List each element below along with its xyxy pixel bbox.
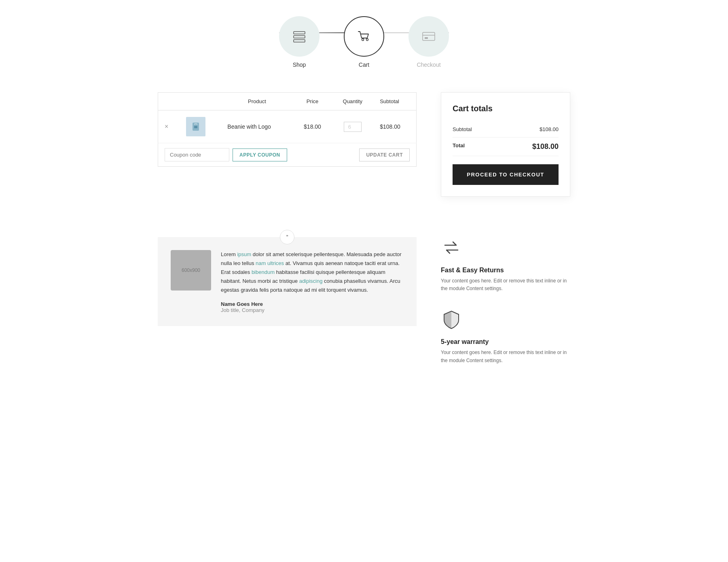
subtotal-row: Subtotal $108.00	[453, 121, 559, 138]
step-shop-label: Shop	[293, 62, 306, 68]
col-subtotal: Subtotal	[373, 93, 416, 110]
svg-rect-5	[423, 32, 435, 40]
total-row: Total $108.00	[453, 138, 559, 156]
step-checkout[interactable]: Checkout	[396, 16, 461, 68]
svg-rect-9	[194, 126, 197, 128]
testimonial-link-2[interactable]: nam ultrices	[256, 260, 284, 266]
warranty-desc: Your content goes here. Edit or remove t…	[441, 349, 570, 364]
feature-returns: Fast & Easy Returns Your content goes he…	[441, 237, 570, 293]
total-value: $108.00	[532, 142, 559, 151]
col-image	[180, 93, 221, 110]
testimonial-text: Lorem ipsum dolor sit amet scelerisque p…	[221, 250, 404, 295]
svg-point-4	[366, 39, 368, 41]
cart-totals-section: Cart totals Subtotal $108.00 Total $108.…	[441, 92, 570, 197]
returns-title: Fast & Easy Returns	[441, 267, 570, 274]
warranty-title: 5-year warranty	[441, 338, 570, 346]
testimonial-name: Name Goes Here	[221, 301, 404, 307]
step-checkout-label: Checkout	[417, 62, 440, 68]
table-row: × Beanie with Logo $18.00	[158, 110, 417, 143]
proceed-to-checkout-button[interactable]: PROCEED TO CHECKOUT	[453, 164, 559, 185]
quantity-input[interactable]	[344, 122, 362, 132]
svg-rect-7	[425, 37, 428, 39]
cart-table-header: Product Price Quantity Subtotal	[158, 93, 417, 110]
product-name: Beanie with Logo	[221, 110, 293, 143]
svg-rect-1	[294, 36, 305, 38]
svg-point-3	[362, 39, 364, 41]
returns-icon	[441, 237, 570, 262]
step-checkout-circle	[408, 16, 449, 57]
step-cart-circle	[344, 16, 384, 57]
subtotal-value: $108.00	[540, 126, 559, 132]
testimonial-link-3[interactable]: bibendum	[252, 269, 275, 275]
cart-section: Product Price Quantity Subtotal ×	[158, 92, 417, 167]
step-cart-label: Cart	[359, 62, 369, 68]
warranty-icon	[441, 309, 570, 333]
quote-icon: ”	[280, 230, 294, 244]
col-product: Product	[221, 93, 293, 110]
svg-rect-0	[294, 32, 305, 34]
feature-warranty: 5-year warranty Your content goes here. …	[441, 309, 570, 364]
cart-totals-box: Cart totals Subtotal $108.00 Total $108.…	[441, 92, 570, 197]
testimonial-avatar: 600x900	[171, 250, 211, 291]
total-label: Total	[453, 142, 465, 151]
col-remove	[158, 93, 180, 110]
cart-actions: APPLY COUPON UPDATE CART	[158, 143, 417, 167]
product-subtotal: $108.00	[373, 110, 416, 143]
step-shop[interactable]: Shop	[267, 16, 332, 68]
product-thumbnail	[186, 117, 205, 136]
coupon-area: APPLY COUPON	[165, 148, 287, 161]
step-cart[interactable]: Cart	[332, 16, 396, 68]
testimonial-body: 600x900 Lorem ipsum dolor sit amet scele…	[171, 250, 404, 313]
testimonial-attribution: Name Goes Here Job title, Company	[221, 301, 404, 313]
main-content: Product Price Quantity Subtotal ×	[142, 92, 586, 221]
subtotal-label: Subtotal	[453, 126, 472, 132]
cart-totals-title: Cart totals	[453, 104, 559, 113]
features-section: Fast & Easy Returns Your content goes he…	[441, 237, 570, 381]
svg-rect-2	[294, 40, 305, 42]
cart-table: Product Price Quantity Subtotal ×	[158, 92, 417, 143]
testimonial-job: Job title, Company	[221, 307, 265, 313]
update-cart-button[interactable]: UPDATE CART	[359, 148, 410, 161]
product-price: $18.00	[293, 110, 332, 143]
testimonial-link-4[interactable]: adipiscing	[299, 278, 323, 284]
testimonial-link-1[interactable]: ipsum	[237, 251, 251, 257]
apply-coupon-button[interactable]: APPLY COUPON	[233, 148, 287, 161]
remove-item-button[interactable]: ×	[165, 123, 168, 130]
testimonial-section: ” 600x900 Lorem ipsum dolor sit amet sce…	[158, 237, 417, 326]
testimonial-box: ” 600x900 Lorem ipsum dolor sit amet sce…	[158, 237, 417, 326]
lower-content: ” 600x900 Lorem ipsum dolor sit amet sce…	[142, 221, 586, 405]
col-quantity: Quantity	[332, 93, 373, 110]
checkout-progress: Shop Cart Checkout	[0, 0, 728, 92]
coupon-input[interactable]	[165, 148, 229, 161]
col-price: Price	[293, 93, 332, 110]
returns-desc: Your content goes here. Edit or remove t…	[441, 277, 570, 293]
step-shop-circle	[279, 16, 320, 57]
